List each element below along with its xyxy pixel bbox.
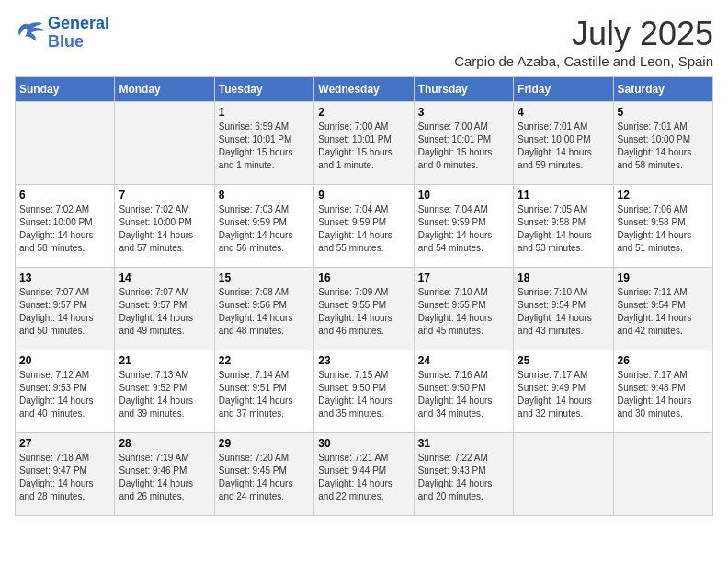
day-number: 12 <box>618 189 709 201</box>
calendar-cell: 2Sunrise: 7:00 AM Sunset: 10:01 PM Dayli… <box>314 102 414 185</box>
calendar-cell: 27Sunrise: 7:18 AM Sunset: 9:47 PM Dayli… <box>16 433 115 516</box>
calendar-cell: 23Sunrise: 7:15 AM Sunset: 9:50 PM Dayli… <box>314 350 414 433</box>
day-number: 6 <box>19 189 110 201</box>
calendar-cell: 26Sunrise: 7:17 AM Sunset: 9:48 PM Dayli… <box>613 350 712 433</box>
day-info: Sunrise: 7:05 AM Sunset: 9:58 PM Dayligh… <box>518 203 609 255</box>
day-number: 26 <box>618 354 709 367</box>
calendar-cell <box>514 433 613 516</box>
day-info: Sunrise: 7:01 AM Sunset: 10:00 PM Daylig… <box>518 121 609 172</box>
day-info: Sunrise: 7:12 AM Sunset: 9:53 PM Dayligh… <box>19 369 110 420</box>
calendar-cell: 22Sunrise: 7:14 AM Sunset: 9:51 PM Dayli… <box>214 350 313 433</box>
weekday-header-wednesday: Wednesday <box>314 77 414 102</box>
calendar-cell: 1Sunrise: 6:59 AM Sunset: 10:01 PM Dayli… <box>214 102 313 185</box>
weekday-header-saturday: Saturday <box>613 77 712 102</box>
day-info: Sunrise: 7:15 AM Sunset: 9:50 PM Dayligh… <box>318 369 409 420</box>
day-number: 7 <box>119 189 210 201</box>
calendar-cell: 21Sunrise: 7:13 AM Sunset: 9:52 PM Dayli… <box>115 350 214 433</box>
day-info: Sunrise: 7:04 AM Sunset: 9:59 PM Dayligh… <box>318 203 409 255</box>
day-info: Sunrise: 7:18 AM Sunset: 9:47 PM Dayligh… <box>19 452 110 503</box>
day-info: Sunrise: 7:16 AM Sunset: 9:50 PM Dayligh… <box>418 369 509 420</box>
calendar-cell: 17Sunrise: 7:10 AM Sunset: 9:55 PM Dayli… <box>414 268 513 350</box>
calendar-cell: 10Sunrise: 7:04 AM Sunset: 9:59 PM Dayli… <box>414 185 513 268</box>
day-number: 1 <box>219 106 310 119</box>
calendar-cell <box>613 433 712 516</box>
logo-text: General Blue <box>48 15 109 52</box>
day-info: Sunrise: 7:10 AM Sunset: 9:54 PM Dayligh… <box>518 286 609 338</box>
day-number: 29 <box>219 437 310 450</box>
day-number: 9 <box>318 189 409 201</box>
weekday-header-tuesday: Tuesday <box>214 77 313 102</box>
day-info: Sunrise: 7:13 AM Sunset: 9:52 PM Dayligh… <box>119 369 210 420</box>
calendar-week-row: 6Sunrise: 7:02 AM Sunset: 10:00 PM Dayli… <box>16 185 713 268</box>
weekday-header-row: SundayMondayTuesdayWednesdayThursdayFrid… <box>16 77 713 102</box>
calendar-cell: 14Sunrise: 7:07 AM Sunset: 9:57 PM Dayli… <box>115 268 214 350</box>
day-number: 17 <box>418 271 509 284</box>
calendar-cell: 24Sunrise: 7:16 AM Sunset: 9:50 PM Dayli… <box>414 350 513 433</box>
day-number: 24 <box>418 354 509 367</box>
day-info: Sunrise: 7:03 AM Sunset: 9:59 PM Dayligh… <box>219 203 310 255</box>
day-info: Sunrise: 7:00 AM Sunset: 10:01 PM Daylig… <box>318 121 409 172</box>
day-number: 30 <box>318 437 409 450</box>
day-number: 14 <box>119 271 210 284</box>
logo-bird-icon <box>15 20 44 46</box>
day-number: 25 <box>518 354 609 367</box>
calendar-week-row: 20Sunrise: 7:12 AM Sunset: 9:53 PM Dayli… <box>16 350 713 433</box>
day-number: 13 <box>19 271 110 284</box>
calendar-cell: 11Sunrise: 7:05 AM Sunset: 9:58 PM Dayli… <box>514 185 613 268</box>
day-number: 21 <box>119 354 210 367</box>
day-info: Sunrise: 7:08 AM Sunset: 9:56 PM Dayligh… <box>219 286 310 338</box>
day-number: 2 <box>318 106 409 119</box>
calendar-cell: 3Sunrise: 7:00 AM Sunset: 10:01 PM Dayli… <box>414 102 513 185</box>
calendar-cell: 6Sunrise: 7:02 AM Sunset: 10:00 PM Dayli… <box>16 185 115 268</box>
calendar-cell: 20Sunrise: 7:12 AM Sunset: 9:53 PM Dayli… <box>16 350 115 433</box>
day-info: Sunrise: 7:14 AM Sunset: 9:51 PM Dayligh… <box>219 369 310 420</box>
day-info: Sunrise: 7:17 AM Sunset: 9:49 PM Dayligh… <box>518 369 609 420</box>
day-number: 23 <box>318 354 409 367</box>
day-info: Sunrise: 7:21 AM Sunset: 9:44 PM Dayligh… <box>318 452 409 503</box>
calendar-cell: 30Sunrise: 7:21 AM Sunset: 9:44 PM Dayli… <box>314 433 414 516</box>
day-number: 8 <box>219 189 310 201</box>
day-number: 31 <box>418 437 509 450</box>
calendar-cell: 4Sunrise: 7:01 AM Sunset: 10:00 PM Dayli… <box>514 102 613 185</box>
day-number: 11 <box>518 189 609 201</box>
calendar-cell: 8Sunrise: 7:03 AM Sunset: 9:59 PM Daylig… <box>214 185 313 268</box>
calendar-week-row: 1Sunrise: 6:59 AM Sunset: 10:01 PM Dayli… <box>16 102 713 185</box>
day-number: 4 <box>518 106 609 119</box>
calendar-cell: 19Sunrise: 7:11 AM Sunset: 9:54 PM Dayli… <box>613 268 712 350</box>
day-number: 16 <box>318 271 409 284</box>
day-info: Sunrise: 7:07 AM Sunset: 9:57 PM Dayligh… <box>119 286 210 338</box>
day-info: Sunrise: 7:07 AM Sunset: 9:57 PM Dayligh… <box>19 286 110 338</box>
location-title: Carpio de Azaba, Castille and Leon, Spai… <box>454 53 713 69</box>
calendar-cell: 9Sunrise: 7:04 AM Sunset: 9:59 PM Daylig… <box>314 185 414 268</box>
day-info: Sunrise: 7:06 AM Sunset: 9:58 PM Dayligh… <box>618 203 709 255</box>
calendar-cell: 29Sunrise: 7:20 AM Sunset: 9:45 PM Dayli… <box>214 433 313 516</box>
day-info: Sunrise: 7:17 AM Sunset: 9:48 PM Dayligh… <box>618 369 709 420</box>
day-info: Sunrise: 7:01 AM Sunset: 10:00 PM Daylig… <box>618 121 709 172</box>
calendar-cell: 15Sunrise: 7:08 AM Sunset: 9:56 PM Dayli… <box>214 268 313 350</box>
calendar-cell <box>115 102 214 185</box>
day-number: 5 <box>618 106 709 119</box>
calendar-cell: 25Sunrise: 7:17 AM Sunset: 9:49 PM Dayli… <box>514 350 613 433</box>
day-number: 22 <box>219 354 310 367</box>
day-info: Sunrise: 7:00 AM Sunset: 10:01 PM Daylig… <box>418 121 509 172</box>
day-info: Sunrise: 7:11 AM Sunset: 9:54 PM Dayligh… <box>618 286 709 338</box>
calendar-cell: 7Sunrise: 7:02 AM Sunset: 10:00 PM Dayli… <box>115 185 214 268</box>
weekday-header-sunday: Sunday <box>16 77 115 102</box>
day-number: 27 <box>19 437 110 450</box>
calendar-week-row: 13Sunrise: 7:07 AM Sunset: 9:57 PM Dayli… <box>16 268 713 350</box>
calendar-cell: 31Sunrise: 7:22 AM Sunset: 9:43 PM Dayli… <box>414 433 513 516</box>
logo: General Blue <box>15 15 109 52</box>
day-number: 3 <box>418 106 509 119</box>
calendar-cell: 16Sunrise: 7:09 AM Sunset: 9:55 PM Dayli… <box>314 268 414 350</box>
day-info: Sunrise: 7:09 AM Sunset: 9:55 PM Dayligh… <box>318 286 409 338</box>
calendar-cell: 5Sunrise: 7:01 AM Sunset: 10:00 PM Dayli… <box>613 102 712 185</box>
day-info: Sunrise: 7:22 AM Sunset: 9:43 PM Dayligh… <box>418 452 509 503</box>
month-title: July 2025 <box>454 15 713 53</box>
day-number: 19 <box>618 271 709 284</box>
calendar-cell <box>16 102 115 185</box>
calendar-cell: 28Sunrise: 7:19 AM Sunset: 9:46 PM Dayli… <box>115 433 214 516</box>
calendar-table: SundayMondayTuesdayWednesdayThursdayFrid… <box>15 76 713 516</box>
day-number: 10 <box>418 189 509 201</box>
day-number: 28 <box>119 437 210 450</box>
calendar-cell: 13Sunrise: 7:07 AM Sunset: 9:57 PM Dayli… <box>16 268 115 350</box>
